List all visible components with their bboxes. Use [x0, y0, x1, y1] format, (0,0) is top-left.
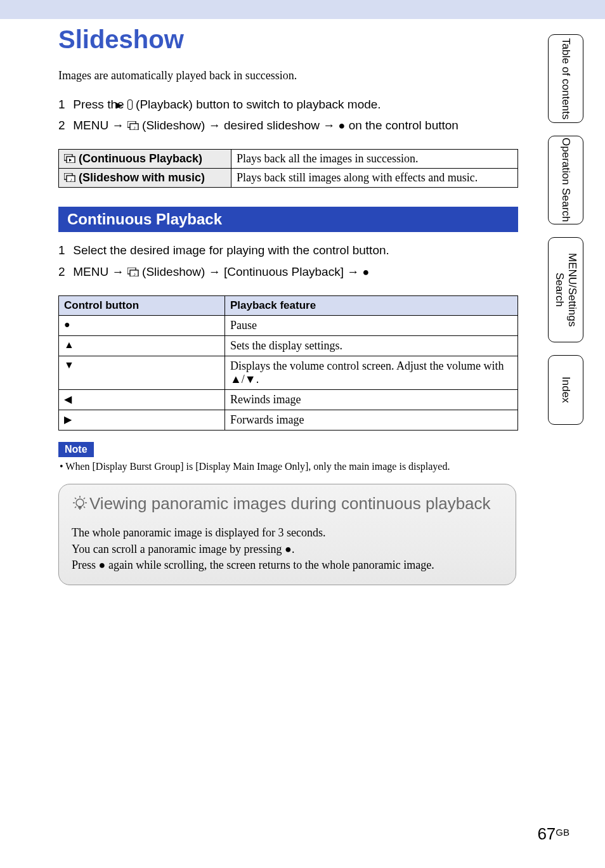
main-content: Slideshow Images are automatically playe…: [0, 19, 520, 585]
step-number: 1: [58, 241, 70, 259]
tab-operation-search[interactable]: Operation Search: [548, 136, 583, 224]
t: (Slideshow): [142, 119, 209, 132]
svg-text:♪: ♪: [70, 177, 72, 182]
arrow-icon: →: [209, 119, 221, 132]
svg-rect-20: [79, 506, 82, 508]
cp-step-1: 1 Select the desired image for playing w…: [58, 241, 482, 259]
t: (Slideshow): [142, 265, 209, 278]
opt-label: (Continuous Playback): [59, 150, 231, 169]
cp-step-2: 2 MENU → ♪ (Slideshow) → [Continuous Pla…: [58, 262, 482, 282]
cp-steps: 1 Select the desired image for playing w…: [58, 241, 482, 281]
sym-right: ▶: [59, 410, 225, 430]
tip-body: The whole panoramic image is displayed f…: [72, 525, 503, 573]
section-heading: Continuous Playback: [58, 207, 518, 232]
center-button-icon: ●: [99, 559, 106, 571]
tip-line-2: You can scroll a panoramic image by pres…: [72, 541, 503, 557]
note-block: Note • When [Display Burst Group] is [Di…: [58, 442, 482, 472]
center-button-icon: ●: [363, 266, 370, 278]
sym-left: ◀: [59, 389, 225, 410]
arrow-icon: →: [209, 265, 221, 278]
step-number: 2: [58, 262, 70, 281]
side-tabs: Table of contents Operation Search MENU/…: [548, 34, 583, 437]
svg-text:♪: ♪: [133, 271, 136, 276]
sym-down: ▼: [59, 356, 225, 389]
hint-icon: [73, 495, 88, 517]
t: [Continuous Playback]: [224, 265, 347, 278]
t: MENU: [73, 265, 112, 278]
header-band: [0, 0, 605, 19]
step-number: 1: [58, 95, 70, 113]
step-1: 1 Press the ▶ (Playback) button to switc…: [58, 95, 482, 113]
tip-box: Viewing panoramic images during continuo…: [58, 484, 516, 585]
label-text: (Continuous Playback): [75, 152, 202, 165]
t: MENU: [73, 119, 112, 132]
col-header-feature: Playback feature: [225, 295, 518, 315]
page-title: Slideshow: [58, 25, 482, 54]
intro-text: Images are automatically played back in …: [58, 69, 482, 82]
playback-icon: ▶: [127, 100, 133, 110]
tip-line-1: The whole panoramic image is displayed f…: [72, 525, 503, 541]
opt-desc: Plays back all the images in succession.: [231, 150, 518, 169]
opt-desc: Plays back still images along with effec…: [231, 169, 518, 188]
slideshow-icon: ♪: [127, 268, 139, 276]
t: desired slideshow: [224, 119, 323, 132]
slideshow-music-icon: ♪: [64, 173, 75, 182]
svg-line-16: [75, 498, 76, 499]
sym-center: ●: [59, 315, 225, 335]
svg-line-19: [75, 507, 76, 508]
tip-line-3: Press ● again while scrolling, the scree…: [72, 557, 503, 573]
tab-menu-settings-search[interactable]: MENU/Settings Search: [548, 237, 583, 342]
step-text-post: (Playback) button to switch to playback …: [136, 98, 381, 111]
step-number: 2: [58, 116, 70, 134]
svg-line-17: [84, 507, 85, 508]
center-button-icon: ●: [285, 543, 292, 555]
desc: Sets the display settings.: [225, 335, 518, 356]
page-number: 67GB: [537, 824, 569, 844]
page-num-value: 67: [537, 824, 556, 843]
note-label: Note: [58, 442, 94, 457]
tip-title-text: Viewing panoramic images during continuo…: [89, 494, 491, 513]
arrow-icon: →: [112, 119, 124, 132]
opt-label: ♪ (Slideshow with music): [59, 169, 231, 188]
arrow-icon: →: [323, 119, 335, 132]
t: on the control button: [349, 119, 459, 132]
page-suffix: GB: [556, 827, 569, 838]
col-header-control: Control button: [59, 295, 225, 315]
tab-index[interactable]: Index: [548, 355, 583, 425]
continuous-playback-icon: [64, 154, 75, 163]
note-text: • When [Display Burst Group] is [Display…: [58, 461, 482, 472]
control-table: Control button Playback feature ●Pause ▲…: [58, 295, 518, 431]
desc: Displays the volume control screen. Adju…: [225, 356, 518, 389]
step-2: 2 MENU → ♪ (Slideshow) → desired slidesh…: [58, 116, 482, 135]
tip-title: Viewing panoramic images during continuo…: [72, 493, 503, 517]
options-table: (Continuous Playback) Plays back all the…: [58, 149, 518, 188]
label-text: (Slideshow with music): [75, 171, 205, 184]
arrow-icon: →: [112, 265, 124, 278]
desc: Forwards image: [225, 410, 518, 430]
desc: Pause: [225, 315, 518, 335]
svg-point-11: [76, 499, 84, 507]
center-button-icon: ●: [339, 119, 346, 132]
svg-text:♪: ♪: [133, 125, 136, 130]
slideshow-icon: ♪: [127, 121, 139, 130]
tab-table-of-contents[interactable]: Table of contents: [548, 34, 583, 123]
main-steps: 1 Press the ▶ (Playback) button to switc…: [58, 95, 482, 135]
sym-up: ▲: [59, 335, 225, 356]
svg-line-18: [84, 498, 85, 499]
step-text: Select the desired image for playing wit…: [73, 243, 389, 257]
desc: Rewinds image: [225, 389, 518, 410]
arrow-icon: →: [347, 265, 359, 278]
